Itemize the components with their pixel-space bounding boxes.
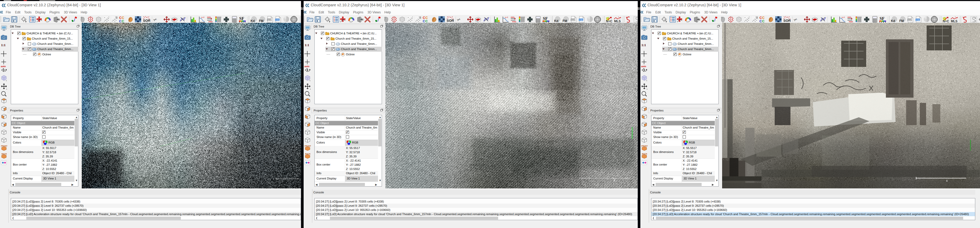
svg-text:4: 4 xyxy=(946,179,948,182)
